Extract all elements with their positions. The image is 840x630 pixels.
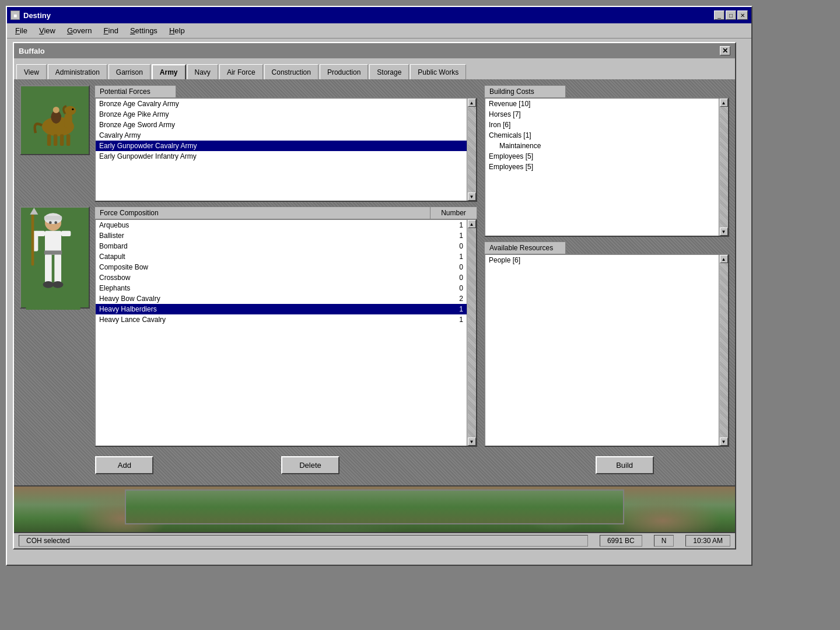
force-list-item-selected[interactable]: Heavy Halberdiers 1 — [96, 304, 467, 314]
menu-settings[interactable]: Settings — [124, 24, 163, 37]
resource-item: People [6] — [485, 255, 719, 265]
potential-forces-list[interactable]: Bronze Age Cavalry Army Bronze Age Pike … — [94, 97, 477, 202]
building-costs-scrollbar[interactable]: ▲ ▼ — [719, 99, 728, 236]
available-resources-section: Available Resources People [6] ▲ ▼ — [484, 242, 729, 447]
build-button[interactable]: Build — [596, 456, 654, 474]
status-selected: COH selected — [19, 535, 588, 547]
delete-button[interactable]: Delete — [281, 456, 340, 474]
menu-govern[interactable]: Govern — [61, 24, 98, 37]
sub-window: Buffalo ✕ View Administration Garrison A… — [13, 42, 736, 550]
force-list-item[interactable]: Bombard 0 — [96, 241, 467, 251]
tab-storage[interactable]: Storage — [369, 64, 409, 79]
minimize-button[interactable]: _ — [714, 10, 724, 20]
force-list-item[interactable]: Catapult 1 — [96, 251, 467, 262]
tab-construction[interactable]: Construction — [264, 64, 318, 79]
scroll-up-arrow[interactable]: ▲ — [468, 99, 476, 107]
list-item[interactable]: Cavalry Army — [96, 130, 467, 141]
force-composition-list[interactable]: Arquebus 1 Ballister 1 Bombard — [94, 219, 477, 447]
panorama-bar — [14, 485, 735, 532]
force-composition-section: Force Composition Number Arquebus 1 — [94, 206, 477, 447]
building-cost-item: Iron [6] — [485, 120, 719, 130]
sub-window-title: Buffalo — [19, 47, 45, 55]
app-icon: ■ — [10, 10, 20, 20]
panorama-viewport — [125, 489, 624, 524]
tab-publicworks[interactable]: Public Works — [410, 64, 466, 79]
sub-title-bar: Buffalo ✕ — [14, 43, 735, 58]
svg-point-29 — [54, 221, 57, 224]
menu-find[interactable]: Find — [98, 24, 124, 37]
buttons-row: Add Delete Build — [20, 452, 729, 479]
svg-rect-6 — [60, 134, 64, 146]
maximize-button[interactable]: □ — [726, 10, 736, 20]
svg-rect-23 — [45, 254, 52, 284]
window-title: Destiny — [23, 11, 51, 20]
svg-point-3 — [65, 106, 76, 115]
building-costs-label: Building Costs — [484, 85, 566, 97]
building-cost-item: Horses [7] — [485, 109, 719, 120]
available-resources-list: People [6] ▲ ▼ — [484, 254, 729, 447]
scroll-down-arrow[interactable]: ▼ — [468, 438, 476, 446]
sub-close-button[interactable]: ✕ — [720, 46, 730, 55]
svg-point-10 — [53, 107, 60, 113]
soldier-svg — [21, 208, 85, 310]
svg-point-28 — [49, 221, 52, 224]
force-list-item[interactable]: Heavy Lance Cavalry 1 — [96, 314, 467, 325]
force-list-item[interactable]: Elephants 0 — [96, 283, 467, 293]
menu-help[interactable]: Help — [163, 24, 191, 37]
tab-garrison[interactable]: Garrison — [108, 64, 150, 79]
menu-file[interactable]: File — [9, 24, 33, 37]
tab-production[interactable]: Production — [320, 64, 368, 79]
main-panels: Potential Forces Bronze Age Cavalry Army… — [20, 85, 729, 447]
cavalry-image — [20, 85, 90, 155]
force-list-item[interactable]: Ballister 1 — [96, 230, 467, 241]
tab-view[interactable]: View — [16, 64, 47, 79]
list-item[interactable]: Bronze Age Sword Army — [96, 120, 467, 130]
scroll-down-arrow[interactable]: ▼ — [720, 438, 728, 446]
tab-army[interactable]: Army — [152, 64, 186, 79]
building-costs-section: Building Costs Revenue [10] Horses [7] I… — [484, 85, 729, 237]
title-bar: ■ Destiny _ □ ✕ — [7, 7, 751, 23]
svg-rect-5 — [54, 134, 58, 146]
list-item[interactable]: Bronze Age Cavalry Army — [96, 99, 467, 109]
svg-rect-21 — [32, 215, 34, 266]
building-cost-item: Chemicals [1] — [485, 130, 719, 141]
tab-administration[interactable]: Administration — [48, 64, 107, 79]
list-item[interactable]: Bronze Age Pike Army — [96, 109, 467, 120]
building-cost-item: Revenue [10] — [485, 99, 719, 109]
building-cost-item: Employees [5] — [485, 162, 719, 172]
force-list-item[interactable]: Composite Bow 0 — [96, 262, 467, 272]
status-year: 6991 BC — [600, 535, 642, 547]
available-resources-scrollbar[interactable]: ▲ ▼ — [719, 255, 728, 446]
scroll-down-arrow[interactable]: ▼ — [720, 228, 728, 236]
add-button[interactable]: Add — [95, 456, 153, 474]
tab-airforce[interactable]: Air Force — [219, 64, 263, 79]
scroll-up-arrow[interactable]: ▲ — [468, 220, 476, 228]
scroll-track — [720, 263, 728, 438]
scroll-down-arrow[interactable]: ▼ — [468, 192, 476, 201]
force-list-item[interactable]: Heavy Bow Cavalry 2 — [96, 293, 467, 304]
menu-view[interactable]: View — [33, 24, 61, 37]
svg-point-26 — [52, 281, 64, 288]
scroll-up-arrow[interactable]: ▲ — [720, 99, 728, 107]
force-composition-scrollbar[interactable]: ▲ ▼ — [467, 220, 476, 446]
force-composition-label: Force Composition — [94, 206, 430, 219]
scroll-track — [720, 107, 728, 228]
force-list-item[interactable]: Crossbow 0 — [96, 272, 467, 283]
svg-point-8 — [72, 108, 74, 110]
close-button[interactable]: ✕ — [737, 10, 748, 20]
tab-navy[interactable]: Navy — [187, 64, 218, 79]
force-list-item[interactable]: Arquebus 1 — [96, 220, 467, 230]
tabs-bar: View Administration Garrison Army Navy A… — [14, 58, 735, 79]
list-item[interactable]: Early Gunpowder Infantry Army — [96, 151, 467, 162]
status-time: 10:30 AM — [685, 535, 730, 547]
building-cost-item: Maintainence — [485, 141, 719, 151]
potential-forces-section: Potential Forces Bronze Age Cavalry Army… — [94, 85, 477, 202]
list-item-selected[interactable]: Early Gunpowder Cavalry Army — [96, 141, 467, 151]
svg-rect-27 — [44, 251, 62, 255]
scroll-up-arrow[interactable]: ▲ — [720, 255, 728, 263]
right-panel: Building Costs Revenue [10] Horses [7] I… — [484, 85, 729, 447]
building-costs-list: Revenue [10] Horses [7] Iron [6] Chemica… — [484, 97, 729, 237]
horse-svg — [23, 88, 87, 152]
svg-rect-19 — [61, 231, 71, 236]
potential-forces-scrollbar[interactable]: ▲ ▼ — [467, 99, 476, 201]
